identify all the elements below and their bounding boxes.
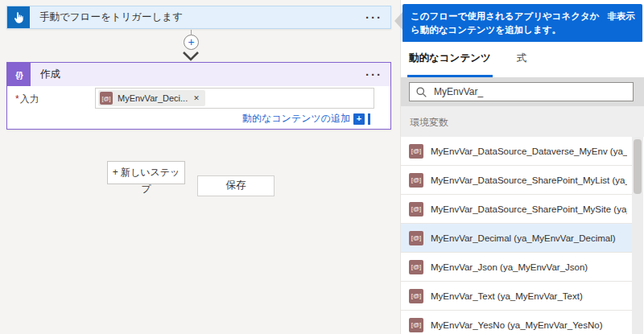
list-item-label: MyEnvVar_Text (ya_MyEnvVar_Text) xyxy=(431,291,583,301)
save-button[interactable]: 保存 xyxy=(197,175,275,196)
search-band xyxy=(401,77,644,106)
env-var-token-icon: [@] xyxy=(409,173,423,188)
env-var-token-icon: [@] xyxy=(409,318,423,332)
scrollbar-thumb[interactable] xyxy=(634,139,642,194)
hide-banner-link[interactable]: 非表示 xyxy=(608,10,636,23)
list-item-label: MyEnvVar_DataSource_SharePoint_MyList (y… xyxy=(431,175,627,185)
tab-dynamic-content[interactable]: 動的なコンテンツ xyxy=(407,42,493,77)
panel-scrollbar[interactable] xyxy=(632,137,643,334)
add-dynamic-plus-icon: + xyxy=(353,113,365,125)
env-var-token-icon: [@] xyxy=(409,289,423,303)
arrow-down-icon xyxy=(182,51,200,61)
banner-text: このフローで使用されるアプリやコネクタから動的なコンテンツを追加します。 xyxy=(411,11,600,35)
trigger-card-manual[interactable]: 手動でフローをトリガーします ··· xyxy=(6,6,391,29)
search-box[interactable] xyxy=(409,82,634,101)
env-var-token-icon: [@] xyxy=(409,144,423,159)
list-item-label: MyEnvVar_DataSource_Dataverse_MyEnv (ya_… xyxy=(431,146,627,156)
list-item-env-var[interactable]: [@] MyEnvVar_YesNo (ya_MyEnvVar_YesNo) xyxy=(401,311,632,334)
picker-tabs: 動的なコンテンツ 式 xyxy=(401,42,644,77)
compose-menu-ellipsis-icon[interactable]: ··· xyxy=(365,68,382,80)
compose-card-body: *入力 [@] MyEnvVar_Deci... ✕ 動的なコンテンツの追加 + xyxy=(7,86,390,128)
section-header-env-vars: 環境変数 xyxy=(410,116,448,130)
dynamic-content-list: [@] MyEnvVar_DataSource_Dataverse_MyEnv … xyxy=(401,137,632,334)
inputs-field[interactable]: [@] MyEnvVar_Deci... ✕ xyxy=(95,88,374,109)
dynamic-content-panel: このフローで使用されるアプリやコネクタから動的なコンテンツを追加します。 非表示… xyxy=(400,0,644,334)
add-dynamic-bar-icon xyxy=(368,113,370,125)
trigger-menu-ellipsis-icon[interactable]: ··· xyxy=(365,11,382,23)
manual-trigger-touch-icon xyxy=(7,6,30,28)
list-item-env-var[interactable]: [@] MyEnvVar_DataSource_Dataverse_MyEnv … xyxy=(401,137,632,166)
section-header-band: 環境変数 xyxy=(401,106,644,137)
compose-card-header[interactable]: {/} 作成 ··· xyxy=(7,63,390,86)
search-icon xyxy=(415,86,427,98)
list-item-env-var[interactable]: [@] MyEnvVar_DataSource_SharePoint_MyLis… xyxy=(401,166,632,195)
list-item-env-var[interactable]: [@] MyEnvVar_DataSource_SharePoint_MySit… xyxy=(401,195,632,224)
list-item-label: MyEnvVar_Decimal (ya_MyEnvVar_Decimal) xyxy=(431,233,616,243)
list-item-env-var[interactable]: [@] MyEnvVar_Json (ya_MyEnvVar_Json) xyxy=(401,253,632,282)
compose-braces-icon: {/} xyxy=(7,63,31,86)
env-var-token-icon: [@] xyxy=(409,231,423,245)
list-item-label: MyEnvVar_DataSource_SharePoint_MySite (y… xyxy=(431,204,627,214)
add-dynamic-content-label: 動的なコンテンツの追加 xyxy=(242,112,350,126)
dynamic-content-token-chip[interactable]: [@] MyEnvVar_Deci... ✕ xyxy=(98,90,205,106)
trigger-card-title: 手動でフローをトリガーします xyxy=(39,10,183,24)
tab-expression[interactable]: 式 xyxy=(515,42,529,77)
add-dynamic-content-link[interactable]: 動的なコンテンツの追加 + xyxy=(242,112,370,126)
list-item-label: MyEnvVar_Json (ya_MyEnvVar_Json) xyxy=(431,262,588,272)
list-item-label: MyEnvVar_YesNo (ya_MyEnvVar_YesNo) xyxy=(431,320,603,330)
list-item-env-var[interactable]: [@] MyEnvVar_Text (ya_MyEnvVar_Text) xyxy=(401,282,632,311)
compose-card-title: 作成 xyxy=(40,68,60,81)
compose-action-card: {/} 作成 ··· *入力 [@] MyEnvVar_Deci... ✕ 動的… xyxy=(6,62,391,130)
env-var-token-icon: [@] xyxy=(409,202,423,216)
env-var-token-icon: [@] xyxy=(409,260,423,274)
required-asterisk: * xyxy=(15,93,19,105)
hand-pointer-icon xyxy=(12,11,25,24)
banner-beak xyxy=(394,12,402,30)
inputs-field-label: *入力 xyxy=(15,93,39,106)
flow-canvas: 手動でフローをトリガーします ··· + {/} 作成 ··· *入力 [@] … xyxy=(0,0,400,334)
env-var-token-icon: [@] xyxy=(100,92,113,105)
token-chip-label: MyEnvVar_Deci... xyxy=(118,93,188,103)
token-remove-icon[interactable]: ✕ xyxy=(192,94,200,102)
new-step-button[interactable]: + 新しいステップ xyxy=(107,161,185,184)
inputs-label-text: 入力 xyxy=(20,93,39,105)
search-input[interactable] xyxy=(434,86,627,97)
insert-step-plus-button[interactable]: + xyxy=(184,35,199,50)
teaching-banner: このフローで使用されるアプリやコネクタから動的なコンテンツを追加します。 非表示 xyxy=(402,4,642,43)
list-item-env-var[interactable]: [@] MyEnvVar_Decimal (ya_MyEnvVar_Decima… xyxy=(401,224,632,253)
